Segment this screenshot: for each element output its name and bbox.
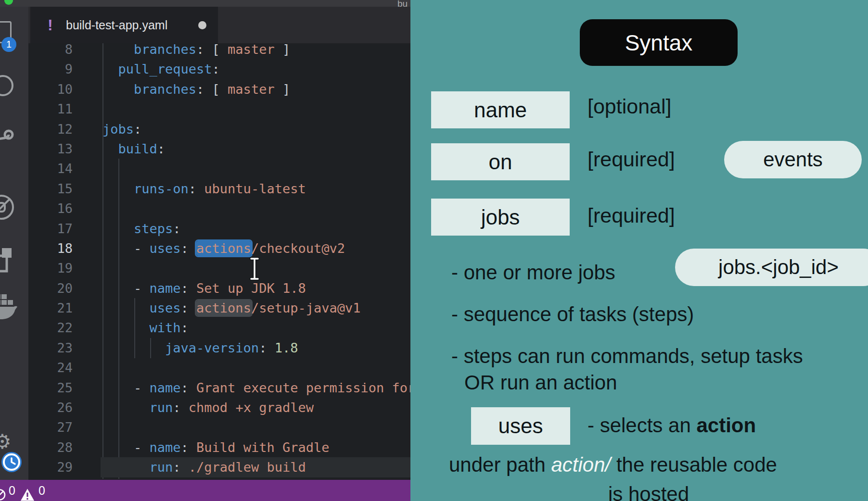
line-number: 29 (28, 457, 73, 477)
uses-note: - selects an action (587, 414, 756, 437)
on-box-label: on (489, 150, 512, 174)
warnings-icon[interactable] (20, 484, 35, 501)
code-line[interactable]: 25 - name: Grant execute permission for … (28, 378, 410, 398)
source-control-icon[interactable] (0, 123, 15, 154)
line-number: 19 (28, 258, 73, 278)
name-box-label: name (474, 98, 527, 122)
code-line[interactable]: 17 steps: (28, 219, 410, 238)
uses-note-prefix: - selects an (587, 414, 696, 437)
line-number: 9 (28, 59, 73, 79)
explorer-badge: 1 (1, 37, 16, 52)
line-content (73, 159, 102, 178)
code-line[interactable]: 28 - name: Build with Gradle (28, 438, 410, 457)
code-line[interactable]: 13 build: (28, 139, 410, 159)
code-line[interactable]: 19 (28, 258, 410, 278)
line-number: 10 (28, 79, 73, 99)
docker-icon[interactable] (0, 293, 18, 322)
code-line[interactable]: 9 pull_request: (28, 59, 410, 79)
footer-line: under path action/ the reusable code (449, 453, 848, 476)
code-line[interactable]: 18 - uses: actions/checkout@v2 (28, 238, 410, 258)
clock-icon[interactable] (1, 452, 22, 472)
code-line[interactable]: 10 branches: [ master ] (28, 79, 410, 99)
line-content (73, 99, 102, 119)
line-content: uses: actions/setup-java@v1 (73, 298, 360, 318)
jobs-box: jobs (431, 199, 570, 236)
uses-box-label: uses (498, 414, 543, 438)
line-content (73, 258, 102, 278)
errors-count[interactable]: 0 (9, 480, 15, 501)
tab-build-test-app[interactable]: ! build-test-app.yaml (30, 7, 218, 43)
line-content: run: ./gradlew build (73, 457, 306, 477)
code-line[interactable]: 21 uses: actions/setup-java@v1 (28, 298, 410, 318)
code-line[interactable]: 27 (28, 417, 410, 437)
line-content: jobs: (73, 119, 141, 139)
code-line[interactable]: 23 java-version: 1.8 (28, 338, 410, 358)
line-content: with: (73, 318, 189, 338)
title-bar: bu (0, 0, 410, 7)
code-line[interactable]: 14 (28, 159, 410, 178)
bullet-or-run-action: OR run an action (464, 371, 617, 394)
modified-dot-icon[interactable] (198, 21, 206, 29)
name-note: [optional] (587, 95, 672, 118)
activity-bar: 1 ⚙ (0, 7, 28, 480)
line-content: - name: Grant execute permission for gra… (73, 378, 410, 398)
footer-prefix: under path (449, 453, 551, 476)
line-content: - uses: actions/checkout@v2 (73, 238, 345, 258)
search-icon[interactable] (0, 75, 13, 96)
line-content: pull_request: (73, 59, 220, 79)
line-number: 21 (28, 298, 73, 318)
bullet-steps-can-run: - steps can run commands, setup tasks (451, 345, 803, 368)
debug-disabled-icon[interactable] (0, 193, 15, 221)
code-line[interactable]: 16 (28, 199, 410, 218)
line-number: 18 (28, 238, 73, 258)
window-title: bu (397, 0, 408, 7)
line-number: 20 (28, 278, 73, 298)
events-pill: events (724, 141, 862, 178)
traffic-light-green-icon[interactable] (4, 0, 13, 5)
on-box: on (431, 143, 570, 180)
line-number: 17 (28, 219, 73, 238)
slide-title-pill: Syntax (580, 19, 738, 66)
job-id-pill-label: jobs.<job_id> (718, 256, 839, 279)
line-content (73, 358, 102, 377)
line-number: 22 (28, 318, 73, 338)
code-line[interactable]: 11 (28, 99, 410, 119)
code-line[interactable]: 24 (28, 358, 410, 377)
gear-icon[interactable]: ⚙ (0, 432, 12, 452)
code-line[interactable]: 29 run: ./gradlew build (28, 457, 410, 477)
code-line[interactable]: 15 runs-on: ubuntu-latest (28, 179, 410, 199)
code-line[interactable]: 20 - name: Set up JDK 1.8 (28, 278, 410, 298)
events-pill-label: events (763, 148, 823, 171)
jobs-note: [required] (587, 204, 675, 227)
line-number: 11 (28, 99, 73, 119)
line-number: 28 (28, 438, 73, 457)
errors-icon[interactable] (0, 484, 6, 501)
line-number: 13 (28, 139, 73, 159)
line-content: build: (73, 139, 165, 159)
warnings-count[interactable]: 0 (38, 480, 45, 501)
line-content: runs-on: ubuntu-latest (73, 179, 306, 199)
tab-bar: ! build-test-app.yaml (28, 7, 410, 43)
tab-filename: build-test-app.yaml (66, 18, 167, 32)
line-number: 12 (28, 119, 73, 139)
line-content: - name: Build with Gradle (73, 438, 329, 457)
code-line[interactable]: 22 with: (28, 318, 410, 338)
extensions-icon[interactable] (0, 246, 16, 275)
status-bar: 0 0 (0, 480, 410, 501)
editor[interactable]: 8 branches: [ master ]9 pull_request:10 … (28, 43, 410, 480)
job-id-pill: jobs.<job_id> (675, 249, 868, 286)
code-lines: 8 branches: [ master ]9 pull_request:10 … (28, 43, 410, 477)
code-line[interactable]: 26 run: chmod +x gradlew (28, 398, 410, 417)
line-content (73, 417, 102, 437)
line-content: branches: [ master ] (73, 79, 290, 99)
code-line[interactable]: 8 branches: [ master ] (28, 43, 410, 59)
line-content: - name: Set up JDK 1.8 (73, 278, 306, 298)
slide-panel: Syntax name [optional] on [required] eve… (410, 0, 868, 501)
line-number: 23 (28, 338, 73, 358)
line-content: java-version: 1.8 (73, 338, 298, 358)
on-note: [required] (587, 148, 675, 171)
line-number: 15 (28, 179, 73, 199)
line-content: branches: [ master ] (73, 43, 290, 59)
line-number: 26 (28, 398, 73, 417)
code-line[interactable]: 12jobs: (28, 119, 410, 139)
